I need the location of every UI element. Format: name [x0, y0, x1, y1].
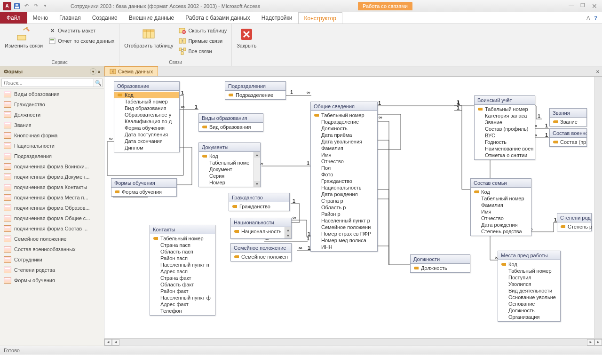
table-field[interactable]: Должность — [498, 307, 560, 314]
table-field[interactable]: Наименование воен — [475, 145, 535, 152]
table-field[interactable]: Форма обучения — [114, 125, 179, 131]
table-field[interactable]: Населённый пункт ф — [150, 294, 215, 301]
table-sostavs[interactable]: Состав семьиКодТабельный номерФамилияИмя… — [470, 178, 531, 236]
table-field[interactable]: Диплом — [114, 144, 179, 151]
scroll-right-icon[interactable]: ► — [594, 339, 602, 346]
table-field[interactable]: Основание — [498, 301, 560, 307]
scroll-first-icon[interactable]: ◄ — [112, 339, 119, 346]
table-field[interactable]: Код — [114, 92, 179, 98]
table-field[interactable]: Номер мед полиса — [311, 237, 377, 244]
table-field[interactable]: Звание — [550, 119, 586, 125]
table-field[interactable]: Район факт — [150, 288, 215, 294]
file-tab[interactable]: Файл — [0, 12, 27, 24]
nav-item[interactable]: подчиненная форма Образов... — [0, 203, 104, 213]
minimize-icon[interactable]: — — [569, 2, 574, 10]
table-field[interactable]: Состав (профиль) — [475, 126, 535, 132]
table-scrollbar[interactable]: ▲▼ — [285, 227, 291, 238]
relationship-report-button[interactable]: Отчет по схеме данных — [47, 36, 116, 46]
table-field[interactable]: Страна р — [311, 198, 377, 204]
table-field[interactable]: Уволился — [498, 281, 560, 287]
table-field[interactable]: Дата рождения — [311, 191, 377, 198]
table-field[interactable]: Номер страх св ПФР — [311, 230, 377, 237]
table-field[interactable]: Категория запаса — [475, 112, 535, 119]
table-docs[interactable]: ДокументыКодТабельный номеДокументСерияН… — [198, 142, 261, 187]
table-field[interactable]: Табельный номер — [311, 112, 377, 119]
table-header[interactable]: Состав семьи — [471, 179, 531, 188]
table-header[interactable]: Формы обучения — [111, 179, 176, 188]
table-obshie[interactable]: Общие сведенияТабельный номерПодразделен… — [310, 102, 378, 252]
close-button[interactable]: Закрыть — [235, 26, 258, 59]
nav-item[interactable]: Сотрудники — [0, 254, 104, 265]
close-icon[interactable]: ✕ — [592, 2, 597, 10]
nav-item[interactable]: Кнопочная форма — [0, 130, 104, 141]
direct-relationships-button[interactable]: Прямые связи — [177, 36, 229, 46]
table-field[interactable]: Код — [471, 189, 531, 195]
table-header[interactable]: Образование — [114, 82, 179, 91]
table-field[interactable]: Гражданство — [311, 178, 377, 184]
table-field[interactable]: Подразделение — [311, 119, 377, 125]
table-field[interactable]: Организация — [498, 314, 560, 320]
table-field[interactable]: Табельный номер — [475, 106, 535, 112]
nav-collapse-icon[interactable]: « — [97, 69, 100, 74]
tab-addins[interactable]: Надстройки — [256, 12, 298, 24]
table-field[interactable]: Степень р — [557, 223, 591, 230]
table-field[interactable]: Имя — [471, 208, 531, 215]
table-field[interactable]: Населенный пункт р — [311, 217, 377, 224]
nav-header[interactable]: Формы ▾ « — [0, 66, 104, 77]
nav-dropdown-icon[interactable]: ▾ — [90, 68, 96, 75]
nav-item[interactable]: подчиненная форма Места п... — [0, 192, 104, 203]
nav-item[interactable]: Должности — [0, 110, 104, 120]
table-field[interactable]: Фамилия — [471, 202, 531, 208]
redo-icon[interactable]: ↷ — [32, 2, 40, 10]
table-field[interactable]: Вид деятельности — [498, 287, 560, 294]
table-field[interactable]: Семейное положен — [231, 253, 291, 260]
table-voin[interactable]: Воинский учётТабельный номерКатегория за… — [474, 95, 535, 160]
table-field[interactable]: Степень родства — [471, 228, 531, 235]
table-field[interactable]: Дата поступления — [114, 131, 179, 138]
table-vidy[interactable]: Виды образованияВид образования — [198, 113, 263, 132]
table-sostavv[interactable]: Состав военноСостав (пр — [549, 128, 587, 147]
relationships-canvas[interactable]: 1∞ ∞1 1∞ ∞1 ∞1 11 ∞1 ∞1 1∞ 1∞ 11 ∞1 ∞1 ∞… — [104, 77, 594, 338]
table-field[interactable]: Состав (пр — [550, 139, 586, 145]
table-field[interactable]: Страна пасп — [150, 242, 215, 248]
table-field[interactable]: Табельный номер — [498, 268, 560, 274]
table-obrazovanie[interactable]: ОбразованиеКодТабельный номерВид образов… — [114, 81, 180, 152]
table-field[interactable]: Семейное положени — [311, 224, 377, 230]
table-field[interactable]: Национальность — [311, 184, 377, 191]
table-field[interactable]: Национальность — [231, 228, 285, 235]
search-input[interactable] — [1, 79, 94, 87]
tab-home[interactable]: Главная — [54, 12, 87, 24]
nav-item[interactable]: подчиненная форма Общие с... — [0, 213, 104, 223]
scroll-left-icon[interactable]: ◄ — [104, 339, 112, 346]
table-field[interactable]: ВУС — [475, 132, 535, 139]
clear-layout-button[interactable]: ✕Очистить макет — [47, 26, 116, 35]
table-nation[interactable]: НациональностиНациональность▲▼ — [230, 218, 292, 239]
save-icon[interactable] — [13, 2, 21, 10]
nav-item[interactable]: Подразделения — [0, 151, 104, 161]
table-grazh[interactable]: ГражданствоГражданство — [229, 193, 290, 211]
table-formy[interactable]: Формы обученияФорма обучения — [111, 178, 177, 197]
table-field[interactable]: Номер — [199, 179, 253, 186]
table-dolzh[interactable]: ДолжностиДолжность — [410, 254, 470, 273]
table-field[interactable]: Телефон — [150, 308, 215, 314]
table-field[interactable]: Серия — [199, 173, 253, 179]
restore-icon[interactable]: ❐ — [580, 2, 585, 10]
table-field[interactable]: Адрес пасп — [150, 268, 215, 275]
table-field[interactable]: Квалификация по д — [114, 118, 179, 125]
table-field[interactable]: Табельный номер — [150, 235, 215, 242]
table-field[interactable]: Образовательное у — [114, 111, 179, 118]
nav-item[interactable]: подчиненная форма Докумен... — [0, 172, 104, 182]
table-header[interactable]: Семейное положение — [231, 244, 291, 253]
table-field[interactable]: ИНН — [311, 244, 377, 250]
table-scrollbar[interactable]: ▲▼ — [253, 152, 260, 187]
tab-create[interactable]: Создание — [87, 12, 123, 24]
table-semeinoe[interactable]: Семейное положениеСемейное положен — [230, 243, 292, 261]
table-mesta[interactable]: Места пред работыКодТабельный номерПосту… — [498, 251, 561, 322]
table-field[interactable]: Годность — [475, 139, 535, 145]
table-field[interactable]: Табельный номер — [114, 98, 179, 105]
table-field[interactable]: Дата рождения — [471, 222, 531, 228]
table-header[interactable]: Места пред работы — [498, 251, 560, 260]
table-field[interactable]: Табельный номер — [471, 195, 531, 202]
all-relationships-button[interactable]: Все связи — [177, 47, 229, 56]
table-field[interactable]: Область р — [311, 204, 377, 211]
